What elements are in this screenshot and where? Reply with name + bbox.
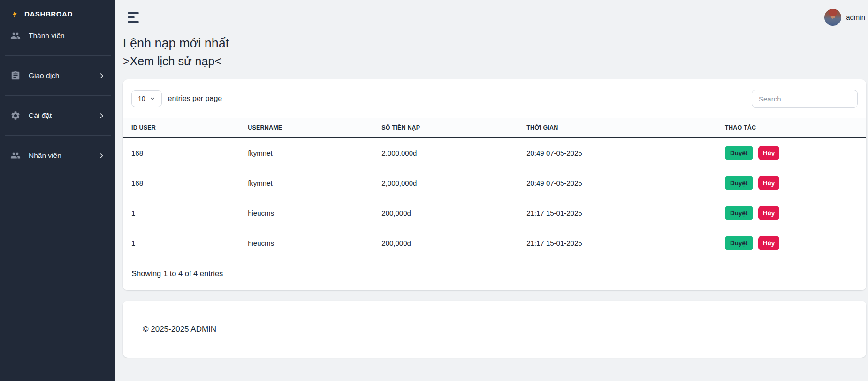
table-row: 168 fkymnet 2,000,000đ 20:49 07-05-2025 … — [123, 138, 866, 168]
sidebar-item-label: Giao dịch — [29, 71, 59, 80]
deposits-table: ID USER USERNAME SỐ TIỀN NẠP THỜI GIAN T… — [123, 118, 866, 258]
entries-per-page-label: entries per page — [168, 94, 222, 103]
view-history-link[interactable]: >Xem lịch sử nạp< — [123, 54, 221, 68]
cell-id-user: 1 — [123, 228, 244, 258]
approve-button[interactable]: Duyệt — [725, 206, 753, 220]
approve-button[interactable]: Duyệt — [725, 146, 753, 160]
sidebar-item-thanh-vien[interactable]: Thành viên — [0, 25, 115, 47]
footer-card: © 2025-2025 ADMIN — [123, 301, 866, 358]
table-row: 168 fkymnet 2,000,000đ 20:49 07-05-2025 … — [123, 168, 866, 198]
cell-username: hieucms — [244, 228, 378, 258]
cell-id-user: 1 — [123, 198, 244, 228]
bolt-icon — [10, 9, 19, 18]
table-row: 1 hieucms 200,000đ 21:17 15-01-2025 Duyệ… — [123, 228, 866, 258]
users-icon — [10, 150, 21, 161]
chevron-down-icon — [150, 96, 155, 101]
deposit-table-card: 10 entries per page ID USER USERNAME SỐ … — [123, 79, 866, 290]
cell-time: 21:17 15-01-2025 — [523, 198, 721, 228]
cell-amount: 2,000,000đ — [378, 138, 523, 168]
col-header-time: THỜI GIAN — [523, 118, 721, 138]
copyright-label: © 2025-2025 ADMIN — [143, 325, 216, 334]
sidebar-item-label: Thành viên — [29, 31, 65, 40]
cell-time: 20:49 07-05-2025 — [523, 138, 721, 168]
sidebar-nav: Thành viên Giao dịch Cài đặt Nhân viên — [0, 25, 115, 166]
gear-icon — [10, 110, 21, 121]
approve-button[interactable]: Duyệt — [725, 176, 753, 190]
entries-summary: Showing 1 to 4 of 4 entries — [123, 258, 866, 290]
sidebar: DASHBROAD Thành viên Giao dịch Cài đặt N… — [0, 0, 115, 381]
cell-time: 20:49 07-05-2025 — [523, 168, 721, 198]
cancel-button[interactable]: Hủy — [758, 206, 780, 220]
sidebar-divider — [5, 135, 111, 136]
avatar[interactable] — [824, 9, 841, 26]
sidebar-divider — [5, 55, 111, 56]
table-controls: 10 entries per page — [123, 79, 866, 118]
table-header-row: ID USER USERNAME SỐ TIỀN NẠP THỜI GIAN T… — [123, 118, 866, 138]
cancel-button[interactable]: Hủy — [758, 146, 780, 160]
col-header-id-user: ID USER — [123, 118, 244, 138]
table-row: 1 hieucms 200,000đ 21:17 15-01-2025 Duyệ… — [123, 198, 866, 228]
chevron-right-icon — [98, 152, 105, 159]
cell-id-user: 168 — [123, 168, 244, 198]
sidebar-item-label: Nhân viên — [29, 151, 61, 160]
cell-amount: 200,000đ — [378, 198, 523, 228]
cancel-button[interactable]: Hủy — [758, 236, 780, 250]
brand-title: DASHBROAD — [24, 10, 73, 18]
users-icon — [10, 31, 21, 41]
cell-username: fkymnet — [244, 168, 378, 198]
sidebar-item-nhan-vien[interactable]: Nhân viên — [0, 145, 115, 166]
page-size-select[interactable]: 10 — [131, 90, 162, 107]
cell-amount: 200,000đ — [378, 228, 523, 258]
user-block[interactable]: admin — [824, 9, 866, 26]
search-input[interactable] — [752, 90, 858, 108]
col-header-amount: SỐ TIỀN NẠP — [378, 118, 523, 138]
approve-button[interactable]: Duyệt — [725, 236, 753, 250]
chevron-right-icon — [98, 72, 105, 79]
sidebar-item-cai-dat[interactable]: Cài đặt — [0, 105, 115, 126]
sidebar-divider — [5, 95, 111, 96]
page-size-value: 10 — [138, 95, 145, 102]
page-title: Lệnh nạp mới nhất — [123, 36, 866, 51]
menu-toggle-icon[interactable] — [128, 12, 140, 23]
receipt-icon — [10, 70, 21, 81]
cell-username: hieucms — [244, 198, 378, 228]
sidebar-item-label: Cài đặt — [29, 111, 52, 120]
main-content: admin Lệnh nạp mới nhất >Xem lịch sử nạp… — [115, 0, 868, 358]
brand: DASHBROAD — [0, 0, 115, 25]
cell-username: fkymnet — [244, 138, 378, 168]
topbar: admin — [123, 0, 866, 27]
cell-id-user: 168 — [123, 138, 244, 168]
cell-amount: 2,000,000đ — [378, 168, 523, 198]
cell-time: 21:17 15-01-2025 — [523, 228, 721, 258]
chevron-right-icon — [98, 112, 105, 119]
sidebar-item-giao-dich[interactable]: Giao dịch — [0, 65, 115, 86]
username-label: admin — [846, 13, 865, 21]
col-header-actions: THAO TÁC — [721, 118, 866, 138]
cancel-button[interactable]: Hủy — [758, 176, 780, 190]
col-header-username: USERNAME — [244, 118, 378, 138]
